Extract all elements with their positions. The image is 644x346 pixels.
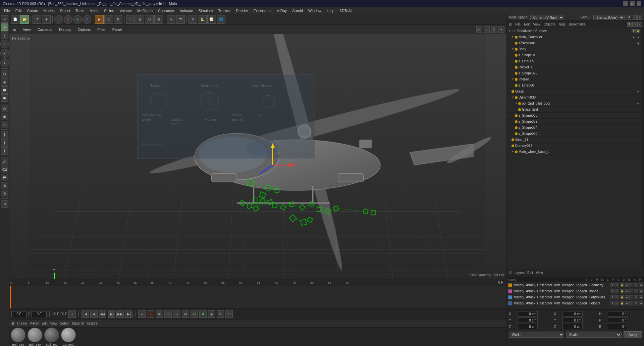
menu-modes[interactable]: Modes: [41, 8, 57, 13]
vp-menu-options[interactable]: Options: [76, 27, 92, 32]
obj-subdivision-surface[interactable]: ▼ ⬡ Subdivision Surface 👁 🔒: [507, 28, 641, 34]
menu-spline[interactable]: Spline: [101, 8, 117, 13]
obj-sshape030[interactable]: s_Shape030: [507, 131, 641, 137]
tl-play[interactable]: ▶: [108, 310, 115, 318]
layout-icon-2[interactable]: +: [632, 15, 637, 20]
layer-eye4[interactable]: 👁: [610, 301, 614, 305]
obj-sshape013[interactable]: s_Shape013: [507, 52, 641, 58]
node-space-select[interactable]: Current (V-Ray): [530, 15, 564, 20]
tool-paint[interactable]: ◉: [1, 113, 8, 120]
timeline-track[interactable]: [9, 286, 506, 308]
layer-toggle[interactable]: ☰: [509, 271, 512, 275]
obj-body[interactable]: ▼ Body: [507, 46, 641, 52]
toolbar-open[interactable]: 📂: [20, 15, 29, 24]
toolbar-add[interactable]: ✛: [42, 15, 51, 24]
objmgr-view[interactable]: View: [533, 22, 540, 26]
menu-3dtoall[interactable]: 3DToAll: [337, 8, 355, 13]
vp-icon-close[interactable]: ✕: [498, 26, 504, 33]
tl-goto-end[interactable]: ▶|: [125, 310, 132, 318]
tl-key1[interactable]: ⊕: [156, 310, 163, 318]
tool-fill[interactable]: ⬒: [1, 174, 8, 181]
tool-s2[interactable]: $: [1, 139, 8, 147]
layer-extra12[interactable]: ◀: [639, 301, 643, 305]
toolbar-render2[interactable]: ⬡: [104, 15, 113, 24]
tl-record[interactable]: ●: [138, 310, 146, 318]
layer-lock2[interactable]: 🔒: [620, 289, 624, 293]
menu-animate[interactable]: Animate: [177, 8, 196, 13]
vp-menu-filter[interactable]: Filter: [96, 27, 107, 32]
obj-sshape033[interactable]: s_Shape033: [507, 113, 641, 119]
tool-texture[interactable]: ◌: [1, 121, 8, 128]
material-item-2[interactable]: Bell_360: [28, 328, 42, 346]
layer-eye3[interactable]: 👁: [610, 295, 614, 299]
objmgr-toggle[interactable]: ☰: [509, 22, 512, 26]
shelf-material[interactable]: Material: [72, 322, 84, 325]
layer-lock[interactable]: 🔒: [620, 283, 624, 287]
coord-z-pos[interactable]: [518, 324, 538, 329]
obj-sline005[interactable]: s_Line005: [507, 58, 641, 64]
vp-icon-move[interactable]: ↕: [484, 26, 490, 33]
layer-extra4[interactable]: ▷: [629, 289, 633, 293]
maximize-button[interactable]: □: [630, 1, 635, 6]
coord-z-rot[interactable]: [562, 324, 583, 329]
layer-menu-edit[interactable]: Edit: [527, 271, 533, 275]
layer-anim[interactable]: ▶: [625, 283, 629, 287]
menu-tracker[interactable]: Tracker: [216, 8, 233, 13]
menu-help[interactable]: Help: [324, 8, 337, 13]
toolbar-cylinder[interactable]: ⬡: [145, 15, 154, 24]
layer-extra3[interactable]: ◀: [639, 283, 643, 287]
viewport-canvas[interactable]: Perspective Default Camera.*: [9, 34, 506, 279]
tool-mesh[interactable]: ⬡: [1, 70, 8, 77]
obj-sline006[interactable]: s_Line006: [507, 82, 641, 89]
tool-camera[interactable]: ⊙: [1, 200, 8, 208]
obj-interior[interactable]: ▼ Interior: [507, 76, 641, 82]
obj-main-wheel[interactable]: ▼ Main_wheel_base_L: [507, 149, 641, 155]
shelf-select[interactable]: Select: [60, 322, 69, 325]
tool-edges[interactable]: ⬢: [1, 86, 8, 94]
layer-lock4[interactable]: 🔒: [620, 301, 624, 305]
tl-step-fwd[interactable]: ▶▶: [116, 310, 124, 318]
toolbar-globe[interactable]: 🌐: [217, 15, 225, 24]
layer-extra9[interactable]: ◀: [639, 295, 643, 299]
vp-menu-toggle[interactable]: ☰: [11, 26, 17, 32]
layout-icon-1[interactable]: ↺: [627, 15, 631, 20]
toolbar-py[interactable]: 🐍: [198, 15, 207, 24]
obj-vis-icon[interactable]: ●: [632, 35, 636, 39]
layer-extra5[interactable]: ▷: [634, 289, 638, 293]
tool-select[interactable]: ✛: [1, 23, 8, 31]
toolbar-y-circle[interactable]: Y: [73, 15, 82, 24]
tool-rotate[interactable]: ↻: [1, 190, 8, 197]
layer-anim3[interactable]: ▶: [625, 295, 629, 299]
layer-extra2[interactable]: ▷: [634, 283, 638, 287]
tool-circle-x[interactable]: X: [0, 40, 9, 48]
current-frame-input[interactable]: [11, 311, 26, 317]
tl-edit[interactable]: ✏: [217, 310, 224, 318]
layer-lock3[interactable]: 🔒: [620, 295, 624, 299]
menu-window[interactable]: Window: [306, 8, 324, 13]
tool-poly[interactable]: ⬣: [1, 94, 8, 102]
obj-vis-icon[interactable]: 👁: [632, 29, 636, 33]
tool-circle-z[interactable]: Z: [0, 58, 9, 67]
objmgr-objects[interactable]: Objects: [544, 22, 555, 26]
toolbar-cube[interactable]: ⬛: [126, 15, 135, 24]
vp-menu-display[interactable]: Display: [58, 27, 72, 32]
layer-extra6[interactable]: ◀: [639, 289, 643, 293]
tl-play-back[interactable]: ◀◀: [99, 310, 106, 318]
tl-key3[interactable]: ⊟: [173, 310, 180, 318]
tool-points[interactable]: ◈: [1, 78, 8, 85]
layer-extra10[interactable]: ▷: [629, 301, 633, 305]
timeline-ruler[interactable]: 0 5 10 15 20 25 30 3D 35 40 45 50 55 60 …: [9, 279, 506, 286]
menu-edit[interactable]: Edit: [13, 8, 24, 13]
toolbar-x-circle[interactable]: X: [64, 15, 72, 24]
material-item-3[interactable]: Bell_360: [44, 328, 59, 346]
coord-x-pos[interactable]: [518, 311, 538, 316]
shelf-vray[interactable]: V-Ray: [30, 322, 39, 325]
menu-simulate[interactable]: Simulate: [196, 8, 216, 13]
menu-mograph[interactable]: MoGraph: [135, 8, 155, 13]
coord-p-size[interactable]: [608, 318, 628, 323]
objmgr-file[interactable]: File: [515, 22, 521, 26]
toolbar-z-circle[interactable]: Z: [83, 15, 91, 24]
menu-arnold[interactable]: Arnold: [289, 8, 306, 13]
objmgr-close[interactable]: ✕: [637, 22, 642, 27]
shelf-view[interactable]: View: [50, 322, 57, 325]
